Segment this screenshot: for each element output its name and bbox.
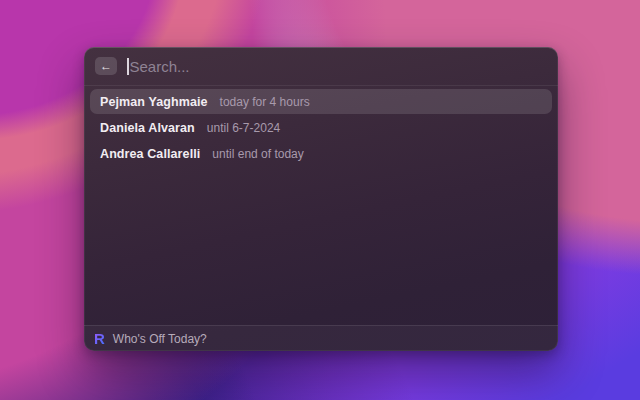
person-name: Pejman Yaghmaie: [100, 95, 208, 109]
off-duration: today for 4 hours: [220, 95, 310, 109]
command-title: Who's Off Today?: [113, 332, 207, 346]
list-item-pejman[interactable]: Pejman Yaghmaie today for 4 hours: [90, 89, 552, 114]
search-input-wrap: [127, 58, 547, 75]
off-duration: until end of today: [212, 147, 303, 161]
app-logo-icon: R: [94, 331, 105, 346]
text-caret: [127, 58, 129, 75]
results-list: Pejman Yaghmaie today for 4 hours Daniel…: [84, 86, 558, 170]
list-item-andrea[interactable]: Andrea Callarelli until end of today: [90, 141, 552, 166]
person-name: Andrea Callarelli: [100, 147, 200, 161]
back-arrow-icon: ←: [100, 60, 112, 72]
footer-bar: R Who's Off Today?: [84, 325, 558, 351]
person-name: Daniela Alvaran: [100, 121, 195, 135]
search-bar: ←: [84, 47, 558, 86]
search-input[interactable]: [130, 58, 548, 75]
back-button[interactable]: ←: [95, 57, 117, 75]
launcher-window: ← Pejman Yaghmaie today for 4 hours Dani…: [84, 47, 558, 351]
list-item-daniela[interactable]: Daniela Alvaran until 6-7-2024: [90, 115, 552, 140]
off-duration: until 6-7-2024: [207, 121, 280, 135]
